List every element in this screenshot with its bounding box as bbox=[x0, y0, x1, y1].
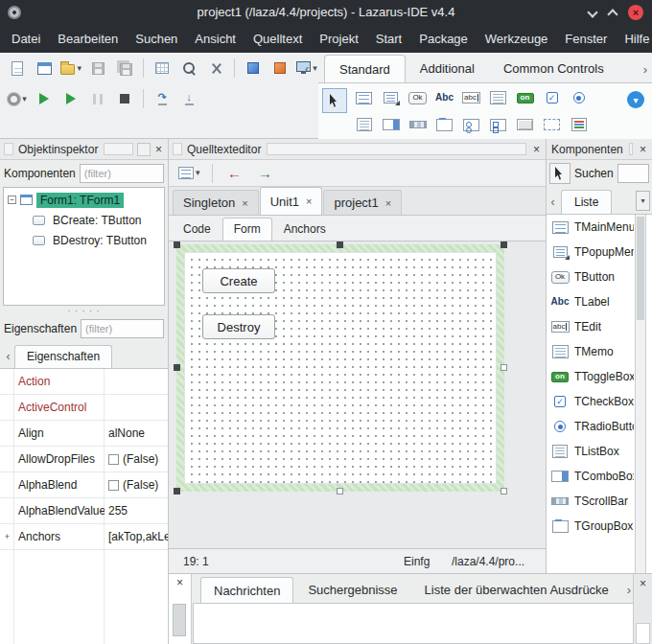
maximize-icon[interactable] bbox=[608, 8, 617, 17]
palette-tcombobox[interactable] bbox=[379, 113, 403, 136]
tab-code[interactable]: Code bbox=[173, 218, 221, 241]
select-tool-button[interactable] bbox=[322, 88, 347, 113]
palette-tradiobutton[interactable] bbox=[567, 86, 591, 109]
jump-history-button[interactable]: ▾ bbox=[176, 161, 202, 186]
find-next-button[interactable] bbox=[203, 56, 228, 80]
checkbox[interactable] bbox=[108, 480, 119, 491]
close-icon[interactable]: × bbox=[173, 575, 187, 589]
resize-handle-top-left[interactable] bbox=[174, 242, 180, 248]
menu-fenster[interactable]: Fenster bbox=[556, 25, 616, 53]
tabs-scroll-left-icon[interactable]: ‹ bbox=[547, 191, 559, 214]
titlebar[interactable]: project1 (/laza/4.4/projects) - Lazarus-… bbox=[0, 0, 652, 25]
select-tool-button[interactable] bbox=[549, 163, 570, 184]
minimize-icon[interactable] bbox=[588, 8, 597, 17]
tab-unit1[interactable]: Unit1 × bbox=[260, 187, 323, 215]
form-designer[interactable]: Create Destroy bbox=[169, 242, 546, 548]
palette-tmainmenu[interactable] bbox=[352, 86, 376, 109]
tabs-scroll-right-icon[interactable]: › bbox=[627, 583, 631, 597]
drag-grip[interactable] bbox=[104, 143, 133, 155]
palette-tlabel[interactable]: Abc bbox=[432, 86, 456, 109]
tree-item-form1[interactable]: − Form1: TForm1 bbox=[4, 190, 164, 210]
designed-destroy-button[interactable]: Destroy bbox=[202, 314, 275, 339]
palette-tbutton[interactable]: Ok bbox=[406, 86, 430, 109]
palette-tlistbox[interactable] bbox=[352, 113, 376, 136]
close-icon[interactable]: × bbox=[529, 142, 544, 156]
stop-button[interactable] bbox=[112, 86, 137, 111]
palette-ttogglebox[interactable]: on bbox=[513, 86, 537, 109]
resize-handle-bottom-center[interactable] bbox=[337, 488, 343, 494]
step-into-button[interactable]: ↓ bbox=[176, 86, 201, 111]
close-icon[interactable]: × bbox=[306, 196, 312, 207]
property-row-activecontrol[interactable]: ActiveControl bbox=[0, 395, 168, 421]
navigate-back-button[interactable]: ← bbox=[222, 161, 247, 186]
chevron-down-icon[interactable]: ▾ bbox=[636, 191, 650, 211]
palette-tscrollbar[interactable] bbox=[406, 113, 430, 136]
tab-suchergebnisse[interactable]: Suchergebnisse bbox=[295, 577, 409, 603]
resize-handle-top-right[interactable] bbox=[501, 242, 507, 248]
step-over-button[interactable]: ↷ bbox=[150, 86, 175, 111]
inspector-splitter[interactable]: · · · · · bbox=[0, 306, 168, 315]
menu-package[interactable]: Package bbox=[410, 25, 477, 53]
resize-handle-bottom-right[interactable] bbox=[501, 488, 507, 494]
checkbox[interactable] bbox=[108, 454, 119, 465]
scrollbar-thumb[interactable] bbox=[637, 217, 644, 320]
tab-nachrichten[interactable]: Nachrichten bbox=[200, 577, 293, 603]
drag-grip[interactable] bbox=[267, 143, 526, 155]
components-search-input[interactable] bbox=[617, 164, 649, 183]
undock-button[interactable] bbox=[137, 143, 151, 156]
menu-projekt[interactable]: Projekt bbox=[311, 25, 366, 53]
new-form-button[interactable] bbox=[32, 56, 57, 80]
menu-datei[interactable]: Datei bbox=[3, 25, 49, 53]
palette-tradiogroup[interactable] bbox=[459, 113, 483, 136]
components-filter-input[interactable] bbox=[80, 164, 164, 183]
tab-anchors[interactable]: Anchors bbox=[273, 218, 337, 241]
tab-liste[interactable]: Liste bbox=[561, 190, 612, 214]
menu-hilfe[interactable]: Hilfe bbox=[616, 25, 652, 53]
components-panel-header[interactable]: Komponenten × bbox=[547, 139, 652, 160]
source-editor-header[interactable]: Quelltexteditor × bbox=[169, 139, 546, 160]
scrollbar-thumb[interactable] bbox=[173, 604, 186, 636]
new-window-button[interactable] bbox=[150, 56, 175, 80]
drag-grip[interactable] bbox=[629, 143, 633, 155]
palette-tedit[interactable]: abc bbox=[459, 86, 483, 109]
palette-tgroupbox[interactable] bbox=[432, 113, 456, 136]
menu-start[interactable]: Start bbox=[367, 25, 410, 53]
palette-tabs-scroll-right-icon[interactable]: › bbox=[643, 62, 647, 77]
menu-quelltext[interactable]: Quelltext bbox=[244, 25, 311, 53]
designed-create-button[interactable]: Create bbox=[202, 268, 275, 293]
menu-ansicht[interactable]: Ansicht bbox=[186, 25, 244, 53]
palette-tab-standard[interactable]: Standard bbox=[324, 55, 406, 82]
property-row-action[interactable]: Action bbox=[0, 369, 168, 395]
property-row-allowdropfiles[interactable]: AllowDropFiles (False) bbox=[0, 447, 168, 472]
menu-werkzeuge[interactable]: Werkzeuge bbox=[477, 25, 557, 53]
form-selection-band[interactable]: Create Destroy bbox=[176, 244, 504, 492]
tab-ueberwachte-ausdruecke[interactable]: Liste der überwachten Ausdrücke bbox=[412, 577, 621, 603]
property-row-alphablendvalue[interactable]: AlphaBlendValue 255 bbox=[0, 498, 168, 524]
resize-handle-top-center[interactable] bbox=[337, 242, 343, 248]
save-all-button[interactable] bbox=[112, 56, 137, 80]
palette-tab-common-controls[interactable]: Common Controls bbox=[489, 55, 618, 82]
close-icon[interactable]: × bbox=[151, 142, 166, 156]
menu-bearbeiten[interactable]: Bearbeiten bbox=[49, 25, 127, 53]
palette-tpopupmenu[interactable] bbox=[379, 86, 403, 109]
palette-tmemo[interactable] bbox=[486, 86, 510, 109]
form-canvas[interactable]: Create Destroy bbox=[184, 252, 497, 484]
tab-form[interactable]: Form bbox=[222, 218, 272, 241]
close-icon[interactable]: × bbox=[628, 5, 643, 20]
collapse-icon[interactable]: − bbox=[8, 196, 16, 204]
save-button[interactable] bbox=[85, 56, 110, 80]
toolbar-collapse-icon[interactable]: ‹ bbox=[305, 61, 309, 76]
tabs-scroll-left-icon[interactable]: ‹ bbox=[2, 345, 14, 368]
resize-handle-mid-left[interactable] bbox=[174, 364, 180, 371]
size-grip[interactable] bbox=[636, 623, 650, 644]
properties-filter-input[interactable] bbox=[81, 319, 164, 338]
tree-item-bcreate[interactable]: BCreate: TButton bbox=[4, 210, 164, 230]
property-row-align[interactable]: Align alNone bbox=[0, 421, 168, 447]
open-button[interactable]: ▾ bbox=[58, 56, 83, 80]
components-scrollbar[interactable] bbox=[635, 215, 646, 573]
close-icon[interactable]: × bbox=[242, 197, 247, 209]
run-without-debug-button[interactable] bbox=[58, 86, 83, 111]
tab-project1[interactable]: project1 × bbox=[323, 190, 402, 215]
palette-overflow-button[interactable]: ▾ bbox=[627, 91, 644, 108]
messages-content[interactable] bbox=[193, 603, 633, 644]
